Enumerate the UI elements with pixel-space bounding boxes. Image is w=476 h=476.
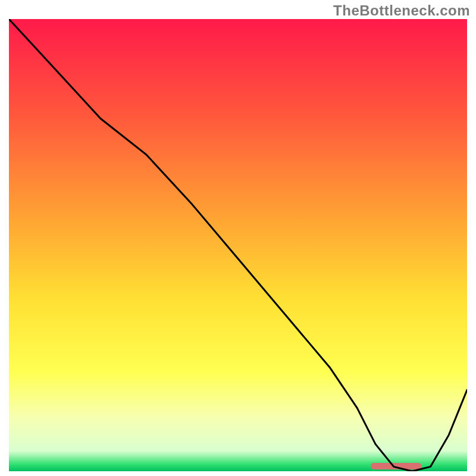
gradient-background — [9, 19, 467, 471]
sweet-spot-marker — [371, 463, 421, 469]
bottleneck-chart — [9, 19, 467, 471]
chart-stage: TheBottleneck.com — [0, 0, 476, 476]
plot-area — [9, 19, 467, 471]
watermark-text: TheBottleneck.com — [333, 2, 470, 19]
